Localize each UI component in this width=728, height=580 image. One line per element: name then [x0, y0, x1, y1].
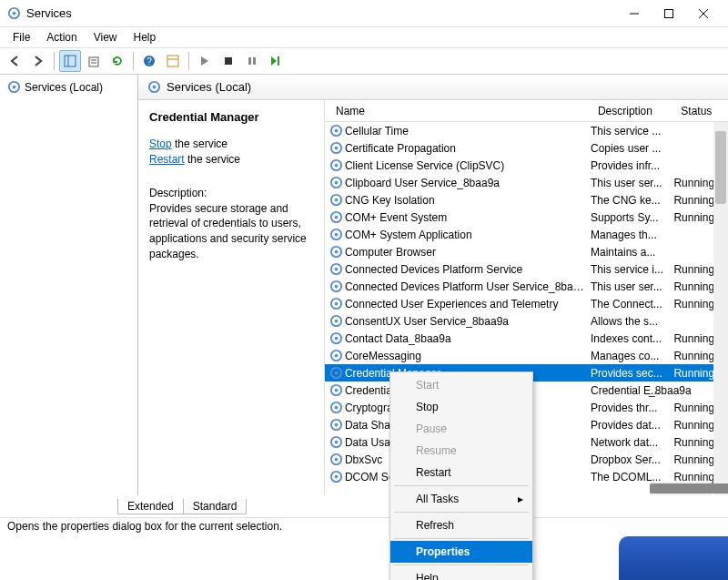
start-service-button[interactable]: [194, 50, 216, 72]
scrollbar-thumb[interactable]: [650, 483, 728, 494]
help-button[interactable]: ?: [138, 50, 160, 72]
gear-icon: [329, 262, 345, 276]
gear-icon: [329, 314, 345, 328]
gear-icon: [7, 80, 21, 94]
properties-button[interactable]: [162, 50, 184, 72]
service-row[interactable]: Clipboard User Service_8baa9aThis user s…: [325, 174, 728, 191]
gear-icon: [329, 418, 345, 432]
gear-icon: [329, 331, 345, 345]
gear-icon: [329, 245, 345, 259]
svg-rect-13: [167, 56, 178, 66]
svg-point-64: [335, 475, 339, 479]
gear-icon: [329, 297, 345, 310]
service-name: Connected Devices Platform Service: [345, 263, 591, 276]
service-name: Connected Devices Platform User Service_…: [345, 280, 591, 293]
ctx-stop[interactable]: Stop: [390, 396, 532, 418]
maximize-button[interactable]: [652, 0, 686, 27]
restart-service-button[interactable]: [265, 50, 287, 72]
svg-point-58: [335, 423, 339, 427]
pause-service-button[interactable]: [241, 50, 263, 72]
service-description: This user ser...: [591, 177, 673, 189]
service-name: ConsentUX User Service_8baa9a: [345, 315, 591, 328]
svg-point-1: [13, 12, 16, 15]
ctx-separator: [394, 538, 529, 539]
col-header-name[interactable]: Name: [329, 105, 591, 117]
service-name: Client License Service (ClipSVC): [345, 159, 591, 172]
service-row[interactable]: ConsentUX User Service_8baa9aAllows the …: [325, 312, 728, 330]
ctx-help[interactable]: Help: [390, 567, 532, 580]
service-row[interactable]: COM+ System ApplicationManages th...: [325, 226, 728, 243]
svg-point-52: [335, 371, 339, 375]
tab-extended[interactable]: Extended: [117, 499, 184, 514]
restart-service-link-row: Restart the service: [149, 152, 313, 168]
service-row[interactable]: Connected User Experiences and Telemetry…: [325, 295, 728, 312]
forward-button[interactable]: [27, 50, 49, 72]
service-description: Indexes cont...: [591, 332, 673, 345]
horizontal-scrollbar[interactable]: [650, 482, 712, 495]
svg-text:?: ?: [147, 56, 152, 66]
stop-service-button[interactable]: [217, 50, 239, 72]
svg-point-24: [335, 129, 339, 133]
gear-icon: [329, 228, 345, 241]
minimize-button[interactable]: [617, 0, 652, 27]
vertical-scrollbar[interactable]: [713, 122, 728, 495]
services-app-icon: [7, 6, 21, 20]
service-name: COM+ Event System: [345, 211, 591, 224]
col-header-status[interactable]: Status: [673, 105, 728, 117]
service-name: Cellular Time: [345, 125, 591, 137]
back-button[interactable]: [4, 50, 25, 72]
restart-service-link[interactable]: Restart: [149, 153, 185, 166]
service-row[interactable]: Computer BrowserMaintains a...: [325, 243, 728, 260]
service-row[interactable]: CNG Key IsolationThe CNG ke...Running: [325, 191, 728, 209]
service-description: This user ser...: [591, 280, 673, 293]
tree-node-label: Services (Local): [25, 81, 103, 94]
svg-point-34: [335, 216, 339, 219]
menu-help[interactable]: Help: [126, 29, 164, 46]
tabs-row: Extended Standard: [117, 497, 246, 515]
service-row[interactable]: Connected Devices Platform User Service_…: [325, 278, 728, 295]
service-row[interactable]: Certificate PropagationCopies user ...: [325, 139, 728, 157]
svg-point-40: [335, 268, 339, 271]
ctx-restart[interactable]: Restart: [390, 462, 532, 483]
menu-file[interactable]: File: [5, 29, 37, 46]
svg-point-50: [335, 354, 339, 358]
scrollbar-thumb[interactable]: [715, 131, 726, 204]
service-row[interactable]: CoreMessagingManages co...Running: [325, 347, 728, 364]
svg-rect-16: [248, 57, 251, 65]
export-list-button[interactable]: [83, 50, 105, 72]
gear-icon: [329, 349, 345, 362]
service-name: Clipboard User Service_8baa9a: [345, 177, 591, 189]
ctx-separator: [394, 565, 529, 565]
ctx-refresh[interactable]: Refresh: [390, 514, 532, 536]
show-hide-tree-button[interactable]: [59, 50, 81, 72]
gear-icon: [329, 280, 345, 293]
col-header-description[interactable]: Description: [591, 105, 673, 117]
service-row[interactable]: Cellular TimeThis service ...: [325, 122, 728, 139]
stop-service-link[interactable]: Stop: [149, 137, 172, 150]
gear-icon: [329, 158, 345, 172]
ctx-all-tasks[interactable]: All Tasks ▸: [390, 488, 532, 510]
svg-rect-3: [665, 9, 673, 17]
service-description: Dropbox Ser...: [591, 453, 673, 466]
tree-node-services-local[interactable]: Services (Local): [4, 78, 134, 96]
ctx-resume: Resume: [390, 440, 532, 462]
menu-action[interactable]: Action: [39, 29, 84, 46]
service-description: Manages co...: [591, 350, 673, 362]
ctx-pause: Pause: [390, 418, 532, 440]
content-header: Services (Local): [138, 75, 728, 100]
svg-point-44: [335, 302, 339, 306]
context-menu: Start Stop Pause Resume Restart All Task…: [389, 371, 533, 580]
refresh-button[interactable]: [106, 50, 128, 72]
tab-standard[interactable]: Standard: [183, 499, 248, 514]
service-row[interactable]: COM+ Event SystemSupports Sy...Running: [325, 209, 728, 226]
ctx-properties[interactable]: Properties: [390, 541, 532, 563]
gear-icon: [329, 383, 345, 397]
service-description: Allows the s...: [591, 315, 673, 328]
gear-icon: [329, 435, 345, 449]
service-row[interactable]: Client License Service (ClipSVC)Provides…: [325, 157, 728, 174]
service-row[interactable]: Contact Data_8baa9aIndexes cont...Runnin…: [325, 330, 728, 347]
service-row[interactable]: Connected Devices Platform ServiceThis s…: [325, 260, 728, 278]
close-button[interactable]: [686, 0, 721, 27]
service-description: Provides infr...: [591, 159, 673, 172]
menu-view[interactable]: View: [86, 29, 125, 46]
